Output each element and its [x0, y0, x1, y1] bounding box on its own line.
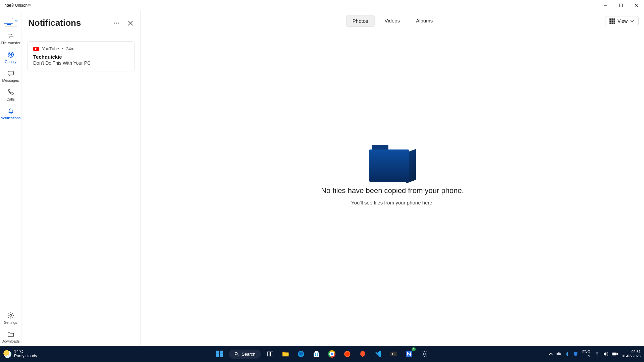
search-placeholder: Search — [241, 352, 255, 357]
svg-point-34 — [424, 353, 426, 355]
gear-icon — [421, 350, 428, 358]
sidebar-item-notifications[interactable]: Notifications — [0, 104, 21, 123]
chevron-up-icon[interactable] — [549, 352, 553, 356]
start-button[interactable] — [213, 348, 225, 360]
gear-icon — [7, 312, 14, 319]
svg-rect-5 — [8, 71, 13, 75]
battery-icon — [612, 352, 618, 356]
taskbar-app-brave[interactable] — [357, 348, 369, 360]
sidebar-item-calls[interactable]: Calls — [0, 85, 21, 104]
taskbar-weather[interactable]: 14°C Partly cloudy — [3, 350, 37, 358]
svg-point-29 — [331, 353, 333, 355]
edge-icon — [298, 350, 305, 358]
sidebar-item-downloads[interactable]: Downloads — [0, 327, 21, 346]
sidebar-item-settings[interactable]: Settings — [0, 308, 21, 327]
sidebar-item-label: Notifications — [1, 116, 21, 120]
window-titlebar: Intel® Unison™ — [0, 0, 644, 11]
chevron-down-icon — [14, 19, 18, 22]
lang-top: ENG — [582, 350, 590, 354]
taskbar-search[interactable]: Search — [229, 350, 261, 359]
taskbar-app-explorer[interactable] — [280, 348, 292, 360]
bluetooth-icon[interactable] — [565, 352, 570, 356]
phone-icon — [7, 88, 14, 96]
time: 02:51 — [631, 350, 641, 354]
sidebar: File transfer Gallery Messages Calls Not — [0, 11, 21, 346]
svg-line-13 — [237, 355, 238, 356]
youtube-icon — [33, 47, 39, 51]
svg-rect-17 — [282, 352, 285, 353]
sidebar-item-label: Downloads — [1, 339, 19, 343]
svg-rect-23 — [315, 355, 316, 356]
gallery-empty-state: No files have been copied from your phon… — [141, 18, 644, 333]
sidebar-item-messages[interactable]: Messages — [0, 66, 21, 85]
close-button[interactable] — [629, 0, 644, 11]
security-icon[interactable] — [573, 351, 578, 357]
monitor-icon — [4, 18, 13, 24]
taskbar-app-unison[interactable]: 1 — [403, 348, 415, 360]
svg-rect-24 — [317, 355, 318, 356]
system-tray[interactable] — [549, 351, 578, 357]
brave-icon — [359, 350, 367, 358]
clock[interactable]: 02:51 01-02-2023 — [622, 350, 641, 358]
svg-point-35 — [597, 356, 597, 356]
chat-icon — [7, 70, 14, 77]
notification-card[interactable]: YouTube • 24m Techquickie Don't Do This … — [28, 41, 135, 71]
task-view-icon — [267, 350, 274, 358]
folder-icon — [7, 330, 14, 338]
task-view-button[interactable] — [264, 348, 276, 360]
date: 01-02-2023 — [622, 354, 641, 358]
svg-rect-37 — [617, 354, 618, 355]
sidebar-item-file-transfer[interactable]: File transfer — [0, 29, 21, 48]
window-controls — [598, 0, 644, 11]
close-icon — [128, 20, 133, 26]
maximize-button[interactable] — [613, 0, 629, 11]
search-icon — [234, 352, 239, 356]
empty-title: No files have been copied from your phon… — [321, 186, 464, 195]
terminal-icon — [390, 350, 397, 358]
windows-logo-icon — [216, 351, 223, 357]
windows-taskbar: 14°C Partly cloudy Search 1 — [0, 346, 644, 362]
weather-desc: Partly cloudy — [14, 354, 37, 358]
notifications-header: Notifications — [21, 11, 141, 35]
svg-point-12 — [235, 352, 237, 355]
svg-point-8 — [116, 22, 117, 23]
taskbar-app-edge[interactable] — [295, 348, 307, 360]
sidebar-divider — [5, 306, 17, 306]
aperture-icon — [7, 51, 14, 58]
close-panel-button[interactable] — [126, 19, 135, 27]
file-explorer-icon — [282, 350, 289, 358]
bell-icon — [7, 107, 14, 115]
weather-icon — [3, 350, 11, 358]
more-button[interactable] — [112, 19, 120, 27]
taskbar-app-firefox[interactable] — [341, 348, 354, 360]
taskbar-app-terminal[interactable] — [388, 348, 400, 360]
minimize-button[interactable] — [598, 0, 613, 11]
sidebar-item-gallery[interactable]: Gallery — [0, 48, 21, 66]
svg-rect-38 — [612, 353, 615, 355]
taskbar-app-store[interactable] — [311, 348, 323, 360]
sidebar-divider — [5, 26, 17, 27]
sidebar-item-label: Calls — [6, 97, 14, 101]
taskbar-right: ENG IN 02:51 01-02-2023 — [549, 350, 641, 358]
quick-settings[interactable] — [594, 351, 618, 357]
taskbar-app-settings[interactable] — [419, 348, 431, 360]
svg-rect-22 — [317, 353, 318, 355]
vscode-icon — [375, 350, 382, 358]
notification-meta: YouTube • 24m — [33, 46, 129, 51]
chrome-icon — [328, 350, 336, 358]
svg-rect-21 — [315, 353, 316, 355]
sidebar-item-label: Gallery — [5, 60, 16, 64]
more-horizontal-icon — [113, 20, 119, 26]
svg-rect-19 — [314, 352, 319, 357]
store-icon — [313, 350, 320, 358]
notifications-list: YouTube • 24m Techquickie Don't Do This … — [21, 35, 141, 77]
svg-rect-15 — [271, 352, 273, 356]
taskbar-app-vscode[interactable] — [372, 348, 384, 360]
taskbar-app-chrome[interactable] — [326, 348, 338, 360]
notifications-heading: Notifications — [28, 18, 81, 28]
firefox-icon — [344, 350, 351, 358]
onedrive-icon[interactable] — [556, 351, 561, 357]
device-selector[interactable] — [4, 15, 18, 25]
transfer-icon — [7, 32, 14, 40]
language-indicator[interactable]: ENG IN — [582, 350, 590, 358]
